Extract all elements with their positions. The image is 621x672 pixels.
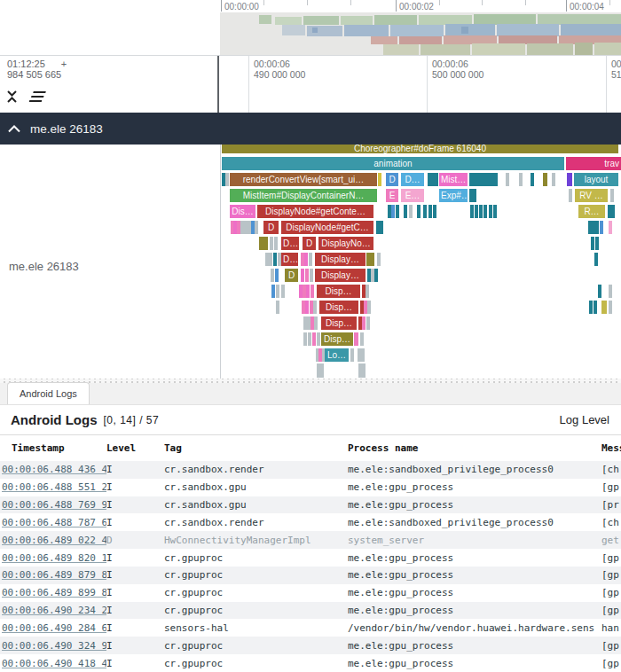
trace-slice-sliver[interactable]: [303, 332, 307, 346]
trace-slice-sliver[interactable]: [306, 285, 310, 298]
trace-slice[interactable]: D…: [281, 237, 299, 250]
trace-slice-sliver[interactable]: [362, 316, 366, 330]
trace-slice-sliver[interactable]: [552, 173, 555, 186]
log-row[interactable]: 00:00:06.488 787 6Icr.sandbox.renderme.e…: [0, 513, 621, 531]
trace-slice-sliver[interactable]: [312, 332, 316, 346]
log-timestamp-link[interactable]: 00:00:06.490 324 9: [0, 640, 106, 652]
trace-slice-sliver[interactable]: [270, 237, 273, 250]
log-timestamp-link[interactable]: 00:00:06.488 769 9: [0, 499, 106, 511]
trace-slice-sliver[interactable]: [611, 205, 615, 218]
trace-slice-sliver[interactable]: [423, 205, 427, 218]
trace-slice[interactable]: E: [386, 189, 398, 202]
trace-slice-sliver[interactable]: [305, 269, 309, 282]
trace-slice-sliver[interactable]: [271, 269, 274, 282]
trace-slice-sliver[interactable]: [380, 221, 383, 234]
trace-slice-sliver[interactable]: [435, 173, 438, 186]
trace-slice-sliver[interactable]: [396, 205, 399, 218]
trace-slice[interactable]: D: [303, 237, 316, 250]
trace-slice-sliver[interactable]: [301, 269, 304, 282]
trace-slice[interactable]: D…: [401, 173, 424, 186]
trace-slice-sliver[interactable]: [609, 285, 612, 298]
trace-slice[interactable]: Display…: [315, 253, 366, 266]
logs-column-header[interactable]: Process name: [348, 442, 601, 454]
trace-slice[interactable]: trav: [566, 157, 621, 170]
log-timestamp-link[interactable]: 00:00:06.489 879 8: [0, 569, 106, 581]
trace-slice-sliver[interactable]: [519, 173, 523, 186]
trace-slice-sliver[interactable]: [591, 237, 594, 250]
trace-slice-sliver[interactable]: [483, 205, 487, 218]
trace-slice-sliver[interactable]: [308, 332, 311, 346]
trace-slice-sliver[interactable]: [433, 205, 436, 218]
sort-tracks-icon[interactable]: [28, 90, 47, 103]
trace-slice-sliver[interactable]: [593, 301, 597, 314]
trace-slice[interactable]: Disp…: [321, 316, 357, 330]
log-row[interactable]: 00:00:06.488 551 2Icr.sandbox.gpume.ele:…: [0, 479, 621, 496]
trace-slice-sliver[interactable]: [404, 205, 407, 218]
trace-slice-sliver[interactable]: [309, 253, 312, 266]
trace-slice[interactable]: E…: [401, 189, 424, 202]
trace-slice-sliver[interactable]: [567, 173, 572, 186]
collapse-tracks-icon[interactable]: [5, 90, 19, 104]
log-row[interactable]: 00:00:06.488 436 4Icr.sandbox.renderme.e…: [0, 461, 621, 479]
trace-slice-sliver[interactable]: [479, 205, 483, 218]
trace-slice-sliver[interactable]: [362, 363, 366, 378]
trace-slice-sliver[interactable]: [313, 301, 317, 314]
log-timestamp-link[interactable]: 00:00:06.490 418 4: [0, 658, 106, 669]
trace-slice[interactable]: Disp…: [317, 285, 360, 298]
trace-slice[interactable]: R…: [578, 205, 605, 218]
trace-slice-sliver[interactable]: [314, 316, 318, 330]
trace-slice-sliver[interactable]: [377, 253, 381, 266]
trace-slice-sliver[interactable]: [601, 301, 607, 314]
trace-slice-sliver[interactable]: [543, 173, 547, 186]
trace-slice-sliver[interactable]: [320, 363, 324, 378]
log-timestamp-link[interactable]: 00:00:06.490 234 2: [0, 605, 106, 616]
log-row[interactable]: 00:00:06.488 769 9Icr.sandbox.gpume.ele:…: [0, 496, 621, 514]
trace-slice-sliver[interactable]: [409, 205, 413, 218]
trace-slice-sliver[interactable]: [366, 253, 374, 266]
trace-slice-sliver[interactable]: [598, 285, 601, 298]
logs-column-header[interactable]: Message: [601, 442, 621, 454]
trace-slice[interactable]: D: [285, 269, 298, 282]
trace-slice[interactable]: renderConvertView[smart_ui…: [230, 173, 377, 186]
log-row[interactable]: 00:00:06.489 820 1Icr.gpuprocme.ele:gpu_…: [0, 549, 621, 567]
trace-slice-sliver[interactable]: [354, 332, 358, 346]
trace-slice-sliver[interactable]: [275, 269, 279, 282]
trace-slice[interactable]: Lo…: [325, 348, 349, 362]
trace-slice[interactable]: MistItem#DisplayContainerN…: [230, 189, 377, 202]
trace-slice-sliver[interactable]: [493, 205, 497, 218]
log-row[interactable]: 00:00:06.489 899 8Icr.gpuprocme.ele:gpu_…: [0, 584, 621, 602]
trace-slice-sliver[interactable]: [594, 253, 598, 266]
trace-slice[interactable]: Exp#…: [439, 189, 468, 202]
tab-android-logs[interactable]: Android Logs: [7, 382, 90, 404]
trace-slice-sliver[interactable]: [305, 301, 309, 314]
trace-slice-sliver[interactable]: [609, 301, 612, 314]
trace-slice-sliver[interactable]: [475, 205, 478, 218]
log-timestamp-link[interactable]: 00:00:06.489 820 1: [0, 552, 106, 564]
trace-slice-sliver[interactable]: [595, 237, 599, 250]
log-timestamp-link[interactable]: 00:00:06.489 899 8: [0, 587, 106, 598]
trace-slice-sliver[interactable]: [506, 173, 509, 186]
trace-slice[interactable]: RV …: [575, 189, 608, 202]
trace-slice-sliver[interactable]: [310, 269, 313, 282]
logs-column-header[interactable]: Tag: [164, 442, 348, 454]
trace-slice-sliver[interactable]: [259, 237, 268, 250]
log-row[interactable]: 00:00:06.489 022 4DHwConnectivityManager…: [0, 531, 621, 549]
trace-slice-sliver[interactable]: [367, 301, 371, 314]
trace-slice-sliver[interactable]: [304, 253, 308, 266]
trace-slice-sliver[interactable]: [366, 285, 369, 298]
trace-slice[interactable]: D: [263, 221, 279, 234]
logs-column-header[interactable]: Timestamp: [0, 442, 106, 454]
track-name-label[interactable]: me.ele 26183: [9, 260, 79, 273]
trace-slice[interactable]: Choreographer#doFrame 616040: [222, 145, 618, 153]
log-timestamp-link[interactable]: 00:00:06.488 436 4: [0, 464, 106, 475]
trace-slice-sliver[interactable]: [269, 253, 272, 266]
log-row[interactable]: 00:00:06.490 324 9Icr.gpuprocme.ele:gpu_…: [0, 637, 621, 654]
log-level-filter[interactable]: Log Level: [560, 413, 609, 426]
trace-slice-sliver[interactable]: [255, 221, 258, 234]
trace-slice[interactable]: D…: [281, 253, 298, 266]
trace-slice[interactable]: DisplayNo…: [318, 237, 373, 250]
log-timestamp-link[interactable]: 00:00:06.490 284 6: [0, 622, 106, 634]
trace-slice-sliver[interactable]: [378, 173, 381, 186]
trace-slice-sliver[interactable]: [489, 205, 492, 218]
trace-slice-sliver[interactable]: [225, 173, 229, 186]
